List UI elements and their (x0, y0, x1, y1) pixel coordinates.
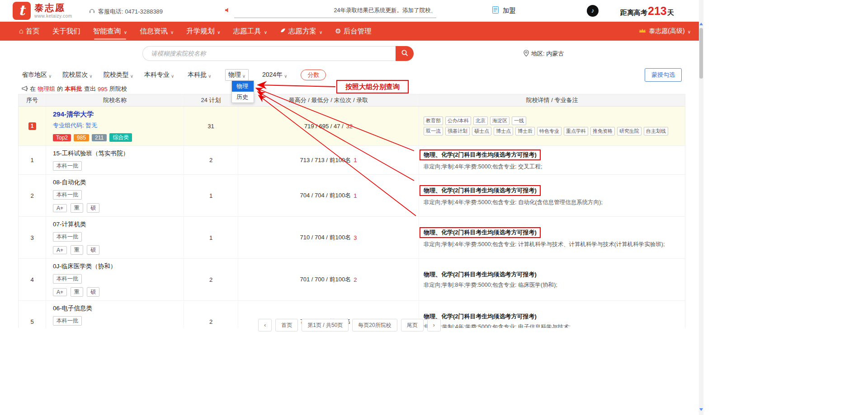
nav-plans-label: 志愿方案 (288, 27, 316, 36)
batch-tag: 本科一批 (53, 190, 82, 200)
scrollbar-thumb[interactable] (699, 28, 703, 79)
grade-tag: A+ (53, 204, 67, 212)
next-page-button[interactable]: › (427, 319, 441, 331)
college-tag: 推免资格 (590, 127, 615, 135)
announcement-marquee: 24年录取结果已系统更新。添加了院校、 (225, 7, 436, 18)
filter-province-label: 省市地区 (22, 71, 47, 79)
nav-smart-query[interactable]: 智能查询 (87, 22, 133, 41)
score-admit: 32 (346, 123, 353, 130)
chevron-down-icon (48, 72, 52, 79)
major-row[interactable]: 2 08-自动化类 本科一批 A+ 重 硕 1 704 / 704 / 前100… (19, 175, 685, 217)
college-tag: 强基计划 (445, 127, 470, 135)
nav-planning-label: 升学规划 (186, 27, 214, 36)
score-filter-button[interactable]: 分数 (301, 70, 326, 80)
subject-dropdown-panel: 物理 历史 (231, 80, 254, 103)
filter-province[interactable]: 省市地区 (22, 71, 52, 79)
college-name-link[interactable]: 294-清华大学 (53, 110, 94, 119)
year-select[interactable]: 2024年 (259, 70, 290, 80)
score-main: 710 / 704 / 前100名 (300, 233, 351, 242)
subject-select[interactable]: 物理 (225, 69, 249, 81)
score-admit: 1 (354, 192, 357, 199)
summary-text: 查出 (84, 85, 96, 93)
nav-admin[interactable]: 后台管理 (329, 22, 377, 41)
home-icon (19, 27, 24, 35)
nav-about[interactable]: 关于我们 (46, 22, 87, 41)
group-code: 专业组代码: 暂无 (53, 121, 97, 130)
user-menu[interactable]: 泰志愿(高级) (639, 27, 691, 35)
key-tag: 重 (71, 287, 83, 297)
megaphone-icon (22, 86, 28, 93)
scroll-up-arrow[interactable] (699, 23, 703, 25)
major-row[interactable]: 1 15-工科试验班（笃实书院） 本科一批 2 713 / 713 / 前100… (19, 146, 685, 175)
major-name: 0J-临床医学类（协和） (53, 262, 116, 270)
mengshou-checkbox-button[interactable]: 蒙授勾选 (645, 68, 682, 82)
college-tag: 博士后 (515, 127, 535, 135)
subject-requirement: 物理、化学(2门科目考生均须选考方可报考) (424, 271, 537, 278)
region-indicator[interactable]: 地区: 内蒙古 (524, 50, 564, 58)
scroll-down-arrow[interactable] (699, 408, 703, 411)
nav-home[interactable]: 首页 (13, 22, 46, 41)
subject-requirement: 物理、化学(2门科目考生均须选考方可报考) (420, 227, 541, 238)
music-icon[interactable] (587, 5, 599, 17)
chevron-down-icon (130, 72, 133, 79)
brand-logo[interactable]: t 泰志愿 www.ketaizy.com (13, 2, 72, 20)
first-page-button[interactable]: 首页 (275, 319, 298, 331)
subject-requirement: 物理、化学(2门科目考生均须选考方可报考) (420, 185, 541, 196)
region-label: 地区: 内蒙古 (531, 50, 564, 58)
subject-requirement: 物理、化学(2门科目考生均须选考方可报考) (420, 149, 541, 160)
badge-985: 985 (74, 134, 89, 141)
chevron-down-icon (319, 28, 322, 36)
search-button[interactable] (396, 46, 414, 61)
filter-major[interactable]: 本科专业 (144, 71, 174, 79)
college-tag: 硕士点 (472, 127, 491, 135)
annotation-callout: 按照大组分别查询 (336, 80, 409, 93)
location-pin-icon (524, 50, 529, 58)
score-admit: 3 (354, 234, 357, 241)
vertical-scrollbar[interactable] (699, 0, 703, 415)
batch-select[interactable]: 本科批 (185, 70, 214, 80)
subject-option-physics[interactable]: 物理 (232, 81, 254, 92)
nav-tools[interactable]: 志愿工具 (227, 22, 274, 41)
filter-level[interactable]: 院校层次 (62, 71, 92, 79)
major-note: 非定向;学制:4年;学费:5000;包含专业: 交叉工程; (424, 163, 542, 171)
grade-tag: A+ (53, 246, 67, 254)
batch-tag: 本科一批 (53, 232, 82, 242)
join-link[interactable]: 加盟 (491, 5, 515, 16)
row-number: 4 (19, 259, 46, 300)
nav-plans[interactable]: 志愿方案 (274, 22, 329, 41)
college-tag: 一线 (512, 117, 526, 125)
major-row[interactable]: 4 0J-临床医学类（协和） 本科一批 A+ 重 硕 2 701 / 700 /… (19, 259, 685, 301)
speaker-icon (225, 7, 231, 15)
user-menu-label: 泰志愿(高级) (649, 27, 684, 35)
prev-page-button[interactable]: ‹ (258, 319, 272, 331)
row-number: 1 (19, 146, 46, 174)
score-cell: 713 / 713 / 前100名 1 (238, 146, 419, 174)
nav-planning[interactable]: 升学规划 (180, 22, 226, 41)
batch-tag: 本科一批 (53, 161, 82, 171)
badge-top2: Top2 (53, 134, 71, 141)
college-row[interactable]: 1 294-清华大学 专业组代码: 暂无 Top2 985 211 综合类 31… (19, 107, 685, 146)
plan-count: 2 (184, 146, 238, 174)
rank-badge: 1 (28, 122, 36, 130)
chevron-down-icon (264, 28, 267, 36)
master-tag: 硕 (87, 287, 99, 297)
service-phone: 客服电话: 0471-3288389 (89, 8, 163, 16)
filter-major-label: 本科专业 (144, 71, 170, 79)
current-page-indicator: 第1页 / 共50页 (302, 319, 349, 331)
search-input[interactable] (142, 46, 396, 61)
nav-home-label: 首页 (26, 27, 40, 36)
college-tag: 博士点 (494, 127, 513, 135)
major-row[interactable]: 3 07-计算机类 本科一批 A+ 重 硕 1 710 / 704 / 前100… (19, 217, 685, 259)
last-page-button[interactable]: 尾页 (401, 319, 424, 331)
batch-tag: 本科一批 (53, 274, 82, 284)
filter-type-label: 院校类型 (104, 71, 129, 79)
join-label: 加盟 (503, 7, 515, 15)
subject-option-history[interactable]: 历史 (232, 92, 254, 103)
brand-domain: www.ketaizy.com (34, 14, 72, 19)
pagination: ‹ 首页 第1页 / 共50页 每页20所院校 尾页 › (0, 319, 699, 331)
nav-news[interactable]: 信息资讯 (133, 22, 180, 41)
filter-type[interactable]: 院校类型 (104, 71, 133, 79)
page-size-indicator[interactable]: 每页20所院校 (352, 319, 397, 331)
batch-select-value: 本科批 (188, 71, 207, 79)
header-name: 院校名称 (46, 94, 184, 106)
